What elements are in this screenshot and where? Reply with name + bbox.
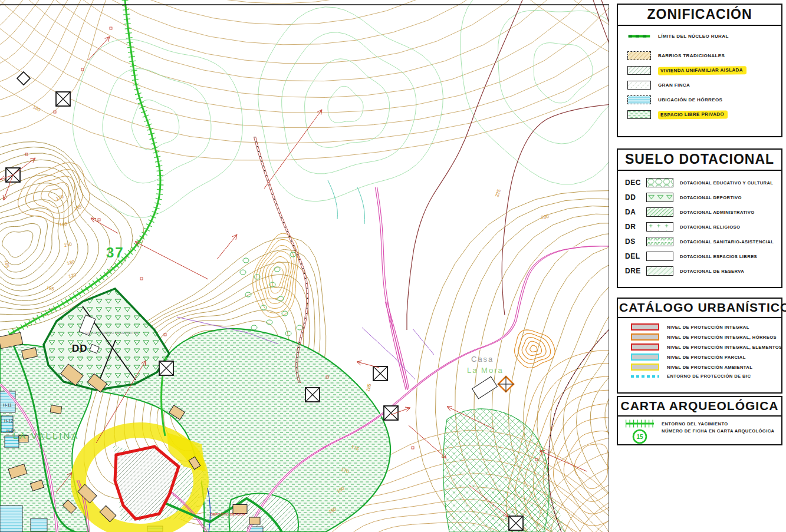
diamond-symbol <box>17 72 30 85</box>
contour-elevation-label: 195 <box>46 285 55 292</box>
legend-label: DOTACIONAL EDUCATIVO Y CULTURAL <box>680 180 773 186</box>
finca-pattern-swatch <box>627 81 651 90</box>
dd-pattern-swatch <box>646 193 673 202</box>
legend-item-barrios: BARRIOS TRADICIONALES <box>627 51 778 60</box>
crossed-square-symbol <box>305 388 320 402</box>
legend-item-dre: DREDOTACIONAL DE RESERVA <box>625 266 778 276</box>
panel-title-carta-arqueologica: CARTA ARQUEOLÓGICA <box>618 397 781 417</box>
ficha-number-icon: 15 <box>624 428 656 445</box>
legend-label: DOTACIONAL ESPACIOS LIBRES <box>680 254 757 259</box>
legend-item-limite: LÍMITE DEL NÚCLEO RURAL <box>627 32 778 41</box>
legend-item-elementos: NIVEL DE PROTECCIÓN INTEGRAL, ELEMENTOS <box>631 343 778 351</box>
map-label: H-09 <box>6 429 15 433</box>
legend-item-ficha: 15NÚMERO DE FICHA EN CARTA ARQUEOLÓGICA <box>624 428 778 445</box>
panel-title-suelo-dotacional: SUELO DOTACIONAL <box>618 150 781 171</box>
dotacional-code: DD <box>625 193 646 201</box>
map-label: SDAD DE FOMENTO DE DEPORTES <box>83 331 139 335</box>
panel-title-catalogo-urbanistico: CATÁLOGO URBANÍSTICO <box>618 299 781 318</box>
legend-label: NIVEL DE PROTECCIÓN AMBIENTAL <box>667 365 752 370</box>
legend-label: NIVEL DE PROTECCIÓN INTEGRAL, ELEMENTOS <box>667 345 782 350</box>
map-label: 37 <box>106 244 124 260</box>
contour-elevation-label: 225 <box>494 189 502 198</box>
contour-elevation-label: 160 <box>59 222 68 227</box>
legend-label: BARRIOS TRADICIONALES <box>658 53 725 58</box>
map-label: H-11 <box>3 403 12 407</box>
legend-label-highlighted: ESPACIO LIBRE PRIVADO <box>658 110 728 119</box>
crossed-square-symbol <box>56 92 70 106</box>
legend-item-espacio: ESPACIO LIBRE PRIVADO <box>627 110 778 119</box>
direction-arrow <box>13 158 35 175</box>
direction-arrow <box>135 242 208 279</box>
legend-column: ZONIFICACIÓN LÍMITE DEL NÚCLEO RURALBARR… <box>609 0 786 532</box>
direction-arrow <box>91 218 118 233</box>
contour-elevation-label: 185 <box>365 383 372 392</box>
ambiental-swatch <box>631 364 659 371</box>
legend-item-horreos: NIVEL DE PROTECCIÓN INTEGRAL, HÓRREOS <box>631 333 778 341</box>
contour-elevation-label: 185 <box>73 204 83 211</box>
legend-item-da: DADOTACIONAL ADMINISTRATIVO <box>625 207 778 217</box>
dre-pattern-swatch <box>646 266 673 276</box>
legend-item-yacimiento: ENTORNO DEL YACIMIENTO <box>624 419 778 428</box>
ds-pattern-swatch <box>646 237 673 246</box>
empty-swatch <box>646 252 673 261</box>
legend-label: DOTACIONAL ADMINISTRATIVO <box>680 210 755 215</box>
direction-arrow <box>88 37 110 60</box>
legend-item-vivienda: VIVIENDA UNIFAMILIAR AISLADA <box>627 66 778 75</box>
legend-item-dd: DDDOTACIONAL DEPORTIVO <box>625 193 778 202</box>
dotacional-code: DA <box>625 208 646 216</box>
contour-elevation-label: 165 <box>4 260 10 269</box>
legend-panel-carta-arqueologica: CARTA ARQUEOLÓGICA ENTORNO DEL YACIMIENT… <box>617 396 782 445</box>
contour-elevation-label: 130 <box>66 259 75 266</box>
map-label: La Mora <box>467 366 504 375</box>
map-canvas[interactable]: 37DDLA VALLINACasaLa MoraDEPOSITO DE AGU… <box>0 0 613 532</box>
legend-label: DOTACIONAL SANITARIO-ASISTENCIAL <box>680 239 774 244</box>
legend-panel-suelo-dotacional: SUELO DOTACIONAL DECDOTACIONAL EDUCATIVO… <box>617 148 782 288</box>
direction-arrow <box>264 110 322 189</box>
contour-elevation-label: 180 <box>32 104 41 113</box>
legend-label: NIVEL DE PROTECCIÓN INTEGRAL <box>667 325 749 330</box>
horreos-swatch <box>631 333 659 341</box>
legend-label: LÍMITE DEL NÚCLEO RURAL <box>658 34 729 39</box>
legend-item-integral: NIVEL DE PROTECCIÓN INTEGRAL <box>631 323 778 331</box>
legend-item-bic: ENTORNO DE PROTECCIÓN DE BIC <box>631 374 778 379</box>
legend-panel-zonificacion: ZONIFICACIÓN LÍMITE DEL NÚCLEO RURALBARR… <box>617 4 782 137</box>
legend-label: UBICACIÓN DE HÓRREOS <box>658 97 722 103</box>
legend-label: NIVEL DE PROTECCIÓN PARCIAL <box>667 355 746 360</box>
parcial-swatch <box>631 353 659 361</box>
vivienda-pattern-swatch <box>627 66 651 75</box>
map-label: H-12 <box>4 419 13 423</box>
horreos-pattern-swatch <box>627 95 651 104</box>
legend-panel-catalogo-urbanistico: CATÁLOGO URBANÍSTICO NIVEL DE PROTECCIÓN… <box>617 298 782 394</box>
legend-label: NÚMERO DE FICHA EN CARTA ARQUEOLÓGICA <box>662 428 774 434</box>
direction-arrow <box>217 234 237 259</box>
legend-item-ambiental: NIVEL DE PROTECCIÓN AMBIENTAL <box>631 364 778 371</box>
map-label: LA VALLINA <box>13 431 79 441</box>
panel-title-zonificacion: ZONIFICACIÓN <box>618 5 781 26</box>
legend-label: DOTACIONAL DEPORTIVO <box>680 195 742 200</box>
dotacional-code: DEL <box>625 252 646 260</box>
crossed-square-symbol <box>373 366 387 381</box>
legend-item-parcial: NIVEL DE PROTECCIÓN PARCIAL <box>631 353 778 361</box>
legend-label: DOTACIONAL DE RESERVA <box>680 269 744 274</box>
elementos-swatch <box>631 343 659 351</box>
dec-pattern-swatch <box>646 178 673 187</box>
legend-label: GRAN FINCA <box>658 82 690 88</box>
direction-arrow <box>409 425 446 458</box>
espacio-pattern-swatch <box>627 110 651 119</box>
da-pattern-swatch <box>646 207 673 217</box>
bic-dotted-line-swatch <box>631 375 659 378</box>
legend-item-dr: DRDOTACIONAL RELIGIOSO <box>625 222 778 232</box>
map-label: DD <box>72 343 88 354</box>
barrios-pattern-swatch <box>627 51 651 60</box>
legend-item-ds: DSDOTACIONAL SANITARIO-ASISTENCIAL <box>625 237 778 246</box>
yacimiento-line-icon <box>624 419 656 428</box>
dotacional-code: DEC <box>625 179 646 187</box>
dr-pattern-swatch <box>646 222 673 232</box>
legend-item-dec: DECDOTACIONAL EDUCATIVO Y CULTURAL <box>625 178 778 187</box>
ficha-number: 15 <box>636 434 643 440</box>
legend-item-finca: GRAN FINCA <box>627 81 778 90</box>
direction-arrow <box>357 361 379 368</box>
legend-item-del: DELDOTACIONAL ESPACIOS LIBRES <box>625 252 778 261</box>
legend-label: NIVEL DE PROTECCIÓN INTEGRAL, HÓRREOS <box>667 335 777 340</box>
legend-label: ENTORNO DE PROTECCIÓN DE BIC <box>667 374 751 379</box>
